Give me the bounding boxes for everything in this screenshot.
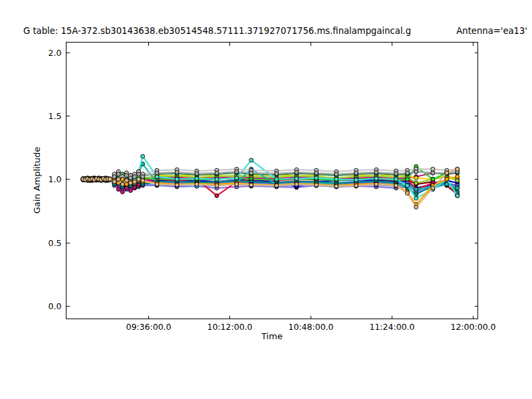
x-tick-label: 12:00:00.0 xyxy=(450,322,495,332)
series-marker-sol-turquoise xyxy=(141,154,145,158)
y-tick-label: 2.0 xyxy=(49,48,62,58)
series-marker-sol-darkgray xyxy=(394,172,398,176)
series-marker-sol-magenta xyxy=(116,188,120,192)
series-marker-sol-tan xyxy=(175,183,179,187)
y-tick-label: 0.5 xyxy=(49,238,62,248)
series-marker-sol-tan xyxy=(456,167,460,171)
series-marker-sol-darkgray xyxy=(124,174,128,178)
series-marker-sol-turquoise xyxy=(195,177,199,181)
series-marker-sol-tan xyxy=(155,182,159,186)
series-marker-sol-turquoise xyxy=(275,178,279,182)
series-marker-sol-tan xyxy=(128,181,132,185)
series-marker-sol-darkgray xyxy=(275,172,279,176)
series-marker-sol-tan xyxy=(354,184,358,188)
series-marker-sol-tan xyxy=(108,178,112,182)
series-marker-sol-darkgray xyxy=(132,175,136,179)
x-tick-label: 09:36:00.0 xyxy=(126,322,171,332)
y-tick-label: 1.5 xyxy=(49,111,62,121)
series-marker-sol-tan xyxy=(414,205,418,209)
series-marker-sol-tan xyxy=(315,183,319,187)
series-marker-sol-darkgray xyxy=(249,171,253,175)
series-marker-sol-turquoise xyxy=(295,177,299,181)
series-marker-sol-turquoise xyxy=(456,194,460,198)
series-marker-sol-tan xyxy=(112,180,116,184)
series-marker-sol-tan xyxy=(406,192,410,196)
series-marker-sol-darkgray xyxy=(116,172,120,176)
series-marker-sol-tan xyxy=(374,182,378,186)
series-marker-sol-turquoise xyxy=(155,175,159,179)
series-marker-sol-turquoise xyxy=(175,178,179,182)
series-marker-sol-turquoise xyxy=(406,184,410,188)
series-marker-sol-tan xyxy=(215,184,219,188)
series-marker-sol-gold xyxy=(414,176,418,180)
series-marker-sol-darkgray xyxy=(315,171,319,175)
series-marker-sol-tan xyxy=(124,178,128,182)
series-marker-sol-tan xyxy=(137,178,141,182)
series-marker-sol-tan xyxy=(431,186,435,190)
x-tick-label: 10:48:00.0 xyxy=(288,322,333,332)
series-marker-sol-orange xyxy=(445,178,449,182)
y-axis-label: Gain Amplitude xyxy=(32,80,44,280)
series-marker-sol-darkgray xyxy=(137,172,141,176)
y-tick-label: 1.0 xyxy=(49,174,62,184)
series-marker-sol-darkgray xyxy=(112,175,116,179)
series-marker-sol-darkgray xyxy=(431,171,435,175)
series-marker-sol-tan xyxy=(394,184,398,188)
series-marker-sol-orange xyxy=(456,175,460,179)
series-marker-sol-darkgray xyxy=(215,171,219,175)
series-marker-sol-lightseagreen xyxy=(414,188,418,192)
series-marker-sol-darkgray xyxy=(406,171,410,175)
series-marker-sol-turquoise xyxy=(315,176,319,180)
series-marker-sol-orange xyxy=(124,182,128,186)
y-tick-label: 0.0 xyxy=(49,301,62,311)
series-marker-sol-turquoise xyxy=(334,178,338,182)
series-marker-sol-turquoise xyxy=(354,178,358,182)
series-marker-sol-tan xyxy=(116,178,120,182)
series-marker-sol-darkgray xyxy=(155,171,159,175)
series-marker-sol-tan xyxy=(295,182,299,186)
series-marker-sol-tan xyxy=(132,180,136,184)
series-marker-sol-tan xyxy=(195,182,199,186)
series-marker-sol-turquoise xyxy=(235,176,239,180)
series-marker-sol-silver xyxy=(431,167,435,171)
series-marker-sol-tan xyxy=(120,182,124,186)
series-marker-sol-darkgray xyxy=(141,175,145,179)
series-marker-sol-yellowgreen xyxy=(456,178,460,182)
series-marker-sol-magenta xyxy=(120,190,124,194)
series-marker-sol-turquoise xyxy=(414,196,418,200)
series-marker-sol-turquoise xyxy=(215,178,219,182)
series-marker-sol-darkgray xyxy=(414,170,418,174)
series-marker-sol-tan xyxy=(235,182,239,186)
x-tick-label: 11:24:00.0 xyxy=(369,322,414,332)
series-marker-sol-tan xyxy=(141,178,145,182)
series-marker-sol-tan xyxy=(275,184,279,188)
series-marker-sol-darkgray xyxy=(235,170,239,174)
series-marker-sol-darkgray xyxy=(334,172,338,176)
series-marker-sol-limegreen xyxy=(406,178,410,182)
series-marker-sol-tan xyxy=(445,171,449,175)
series-marker-sol-orange xyxy=(120,178,124,182)
series-marker-sol-crimson xyxy=(215,194,219,198)
series-marker-sol-darkgray xyxy=(354,171,358,175)
series-marker-sol-darkgray xyxy=(128,176,132,180)
series-marker-sol-tan xyxy=(334,184,338,188)
series-marker-sol-yellowgreen xyxy=(414,181,418,185)
series-marker-sol-magenta xyxy=(128,189,132,193)
series-marker-sol-darkgray xyxy=(374,170,378,174)
data-series-group xyxy=(81,154,460,209)
x-tick-label: 10:12:00.0 xyxy=(207,322,252,332)
series-marker-sol-turquoise xyxy=(249,158,253,162)
series-marker-sol-turquoise xyxy=(394,178,398,182)
series-marker-sol-limegreen xyxy=(431,178,435,182)
series-marker-sol-lightseagreen xyxy=(456,186,460,190)
series-marker-sol-lightseagreen xyxy=(445,182,449,186)
series-marker-sol-darkgray xyxy=(195,172,199,176)
series-marker-sol-magenta xyxy=(124,186,128,190)
series-marker-sol-turquoise xyxy=(374,177,378,181)
series-marker-sol-darkgray xyxy=(295,170,299,174)
x-axis-label: Time xyxy=(66,331,478,341)
series-marker-sol-tan xyxy=(249,183,253,187)
series-marker-sol-darkgray xyxy=(175,170,179,174)
